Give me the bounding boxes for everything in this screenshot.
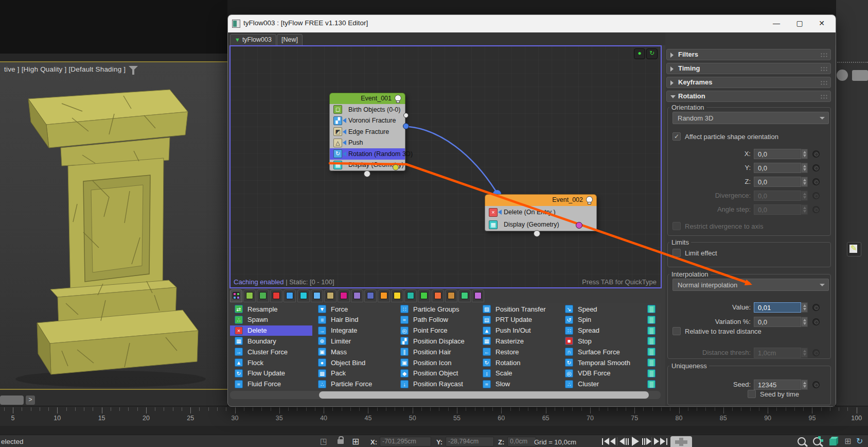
- category-tab-all-operators[interactable]: [230, 289, 242, 302]
- controller-icon[interactable]: [812, 192, 820, 199]
- operator-item-position-raycast[interactable]: ↓Position Raycast: [400, 379, 463, 389]
- rollout-keyframes[interactable]: Keyframes: [666, 77, 831, 88]
- category-tab-cloth[interactable]: [404, 289, 417, 302]
- minimize-button[interactable]: —: [769, 19, 784, 27]
- operator-item-particle-groups[interactable]: ∷Particle Groups: [400, 304, 459, 314]
- operator-item[interactable]: ▒: [647, 325, 656, 336]
- simulate-toggle-icon[interactable]: ●: [634, 48, 645, 59]
- trackbar-next-button[interactable]: >: [26, 396, 35, 405]
- operator-item-mass[interactable]: ▣Mass: [318, 347, 347, 357]
- operator-item-cluster[interactable]: ∴Cluster: [565, 379, 599, 389]
- operator-item[interactable]: ▒: [647, 347, 656, 357]
- z-coord-field[interactable]: 0,0cm: [507, 437, 536, 446]
- operator-item-integrate[interactable]: →Integrate: [318, 325, 357, 336]
- output-connector-wired[interactable]: [403, 123, 409, 129]
- operator-item-slow[interactable]: ≈Slow: [483, 379, 510, 389]
- controller-icon[interactable]: [812, 164, 820, 171]
- play-button[interactable]: [632, 437, 639, 445]
- operator-item-object-bind[interactable]: ●Object Bind: [318, 357, 365, 368]
- category-tab-export[interactable]: [378, 289, 390, 302]
- category-tab-position[interactable]: [311, 289, 323, 302]
- category-tab-forces[interactable]: [432, 289, 444, 302]
- operator-item-point-force[interactable]: ◎Point Force: [400, 325, 447, 336]
- spinner-control[interactable]: [801, 204, 808, 215]
- operator-item-position-hair[interactable]: ∥Position Hair: [400, 347, 451, 357]
- category-tab-physx[interactable]: [364, 289, 377, 302]
- operator-item[interactable]: ▒: [647, 336, 656, 346]
- drag-grip-icon[interactable]: [820, 94, 827, 99]
- trackbar-field[interactable]: [0, 396, 24, 405]
- operator-item-stop[interactable]: ■Stop: [565, 336, 592, 346]
- zoom-extents-icon[interactable]: [813, 437, 821, 445]
- operator-item-delete[interactable]: ×Delete: [235, 325, 267, 336]
- event-header[interactable]: Event_001: [329, 93, 405, 104]
- operator-item-spawn[interactable]: ∴Spawn: [235, 315, 268, 325]
- checkbox-limit-effect[interactable]: [672, 249, 681, 257]
- drag-grip-icon[interactable]: [820, 53, 827, 58]
- controller-icon[interactable]: [812, 349, 820, 356]
- operator-item-push-in-out[interactable]: ▲Push In/Out: [483, 325, 531, 336]
- operator-row-edge-fracture[interactable]: ◩Edge Fracture: [330, 126, 405, 137]
- zoom-icon[interactable]: [798, 437, 806, 445]
- checkbox-seed-by-time[interactable]: [748, 390, 756, 398]
- rollout-filters[interactable]: Filters: [666, 49, 831, 60]
- event-enable-bulb-icon[interactable]: [395, 95, 401, 101]
- panel-swatch[interactable]: [852, 70, 868, 81]
- operator-item[interactable]: ▒: [647, 368, 656, 379]
- operator-item-flock[interactable]: ▲Flock: [235, 357, 263, 368]
- spinner-control[interactable]: [801, 380, 808, 390]
- operator-item-spin[interactable]: ↺Spin: [565, 315, 591, 325]
- controller-icon[interactable]: [812, 304, 820, 311]
- viewport[interactable]: tive ] [High Quality ] [Default Shading …: [0, 61, 227, 390]
- field-distancethresh[interactable]: 1,0cm: [754, 348, 801, 358]
- drag-grip-icon[interactable]: [820, 80, 827, 85]
- checkbox-affect-particle-shape-orientation[interactable]: ✓: [672, 132, 681, 141]
- edit-window-icon[interactable]: ✎: [847, 242, 861, 256]
- pan-view-icon[interactable]: ⊞: [844, 436, 851, 446]
- category-tab-material[interactable]: [338, 289, 350, 302]
- timeline-ruler[interactable]: 5101520253035404550556065707580859095100: [0, 406, 868, 426]
- operator-item-prt-update[interactable]: ▤PRT Update: [483, 315, 532, 325]
- operator-item-limiter[interactable]: ⊕Limiter: [318, 336, 351, 346]
- operator-item-restore[interactable]: ←Restore: [483, 347, 519, 357]
- checkbox-restrict-divergence-to-axis[interactable]: [672, 222, 681, 230]
- list-scrollbar-thumb[interactable]: [319, 391, 649, 399]
- operator-row-rotation-random-3d-[interactable]: ↻Rotation (Random 3D): [330, 148, 405, 160]
- orbit-view-icon[interactable]: ↻: [856, 436, 863, 446]
- field-z[interactable]: 0,0: [754, 177, 801, 187]
- display-test-dot[interactable]: [393, 164, 399, 170]
- next-frame-button[interactable]: [642, 437, 651, 445]
- spinner-control[interactable]: [801, 177, 808, 187]
- category-tab-properties[interactable]: [351, 289, 363, 302]
- zoom-extents-all-icon[interactable]: [829, 439, 836, 445]
- event-header[interactable]: Event_002: [485, 194, 597, 206]
- interpolation-dropdown[interactable]: Normal interpolation: [672, 279, 829, 291]
- transform-gizmo-icon[interactable]: ⊞: [352, 436, 359, 447]
- operator-item-position-transfer[interactable]: ▨Position Transfer: [483, 304, 546, 314]
- previous-frame-button[interactable]: [619, 437, 629, 445]
- display-test-dot[interactable]: [576, 222, 582, 229]
- controller-icon[interactable]: [812, 150, 820, 158]
- orientation-dropdown[interactable]: Random 3D: [672, 112, 829, 124]
- controller-icon[interactable]: [812, 318, 820, 325]
- close-button[interactable]: ✕: [814, 19, 829, 27]
- operator-row-push[interactable]: △Push: [330, 137, 405, 149]
- operator-item-resample[interactable]: ⇄Resample: [235, 304, 278, 314]
- go-to-start-button[interactable]: [602, 437, 615, 445]
- category-tab-display[interactable]: [297, 289, 310, 302]
- selection-region-icon[interactable]: ◳: [320, 437, 327, 446]
- operator-item-fluid-force[interactable]: ≈Fluid Force: [235, 379, 281, 389]
- operator-item-position-object[interactable]: ◆Position Object: [400, 368, 458, 379]
- tab-tyflow003[interactable]: ▼tyFlow003: [230, 34, 276, 46]
- spinner-control[interactable]: [801, 348, 808, 358]
- spinner-control[interactable]: [801, 163, 808, 173]
- operator-row-delete-on-entry-[interactable]: ×Delete (On Entry ): [485, 206, 596, 218]
- operator-item-hair-bind[interactable]: ≡Hair Bind: [318, 315, 358, 325]
- add-key-button[interactable]: [670, 436, 692, 447]
- spinner-control[interactable]: [801, 317, 808, 327]
- selection-lock-icon[interactable]: [338, 439, 344, 444]
- operator-item-scale[interactable]: ↕Scale: [483, 368, 512, 379]
- operator-item-pack[interactable]: ▦Pack: [318, 368, 346, 379]
- y-coord-field[interactable]: -28,794cm: [446, 437, 494, 446]
- spinner-control[interactable]: [801, 191, 808, 201]
